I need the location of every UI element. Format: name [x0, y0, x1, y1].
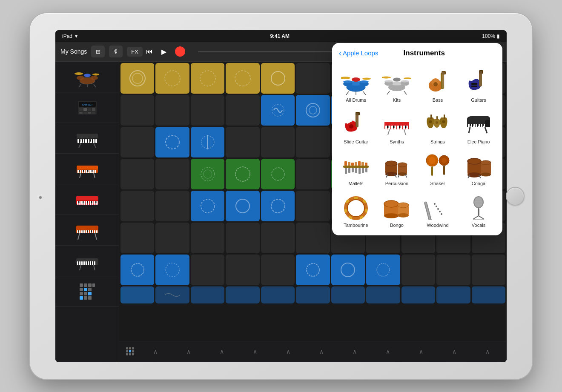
instrument-mallets[interactable]: Mallets — [335, 149, 376, 190]
grid-cell[interactable] — [472, 286, 505, 303]
up-arrow-1[interactable]: ∧ — [140, 348, 171, 355]
play-button[interactable]: ▶ — [161, 48, 166, 56]
grid-cell[interactable] — [296, 127, 330, 157]
grid-cell[interactable] — [191, 286, 224, 303]
grid-cell[interactable] — [155, 159, 189, 189]
grid-cell[interactable] — [155, 127, 189, 157]
grid-cell[interactable] — [191, 127, 224, 157]
grid-cell[interactable] — [191, 63, 224, 94]
track-keyboard[interactable] — [55, 184, 119, 215]
instrument-all-drums[interactable]: All Drums — [335, 65, 376, 107]
grid-cell[interactable] — [120, 286, 154, 303]
track-synth2[interactable] — [55, 154, 119, 184]
grid-cell[interactable] — [155, 63, 189, 94]
grid-cell[interactable] — [331, 286, 365, 303]
up-arrow-4[interactable]: ∧ — [239, 348, 271, 355]
my-songs-button[interactable]: My Songs — [60, 48, 87, 55]
instrument-bass[interactable]: Bass — [417, 65, 458, 107]
track-keyboard3[interactable] — [55, 246, 119, 276]
grid-cell[interactable] — [296, 286, 330, 303]
track-keyboard2[interactable] — [55, 215, 119, 246]
rewind-button[interactable]: ⏮ — [146, 48, 153, 55]
grid-layout-icon[interactable] — [123, 344, 138, 359]
grid-cell[interactable] — [155, 255, 189, 285]
instrument-shaker[interactable]: Shaker — [417, 149, 458, 190]
grid-cell[interactable] — [366, 286, 400, 303]
instrument-elec-piano[interactable]: Elec Piano — [458, 107, 499, 149]
grid-cell[interactable] — [226, 286, 259, 303]
grid-cell[interactable] — [120, 159, 154, 189]
instrument-conga[interactable]: Conga — [458, 149, 499, 190]
mic-button[interactable]: 🎙 — [109, 46, 123, 57]
record-button[interactable] — [175, 46, 185, 57]
grid-cell[interactable] — [366, 255, 400, 285]
grid-cell[interactable] — [296, 223, 330, 253]
grid-cell[interactable] — [191, 95, 224, 126]
grid-cell[interactable] — [120, 63, 154, 94]
home-button[interactable] — [506, 187, 525, 206]
track-sampler[interactable]: SAMPLER — [55, 92, 119, 123]
up-arrow-3[interactable]: ∧ — [206, 348, 238, 355]
instrument-tambourine[interactable]: Tambourine — [335, 190, 376, 232]
grid-cell[interactable] — [261, 159, 295, 189]
grid-cell[interactable] — [261, 255, 295, 285]
grid-cell[interactable] — [296, 255, 330, 285]
grid-cell[interactable] — [472, 255, 505, 285]
grid-cell[interactable] — [226, 95, 259, 126]
track-drums[interactable] — [55, 62, 119, 92]
grid-cell[interactable] — [261, 223, 295, 253]
up-arrow-7[interactable]: ∧ — [339, 348, 370, 355]
grid-cell[interactable] — [191, 159, 224, 189]
grid-cell[interactable] — [261, 127, 295, 157]
up-arrow-2[interactable]: ∧ — [173, 348, 204, 355]
grid-cell[interactable] — [401, 286, 435, 303]
instrument-bongo[interactable]: Bongo — [376, 190, 417, 232]
grid-cell[interactable] — [296, 95, 330, 126]
side-button[interactable] — [39, 196, 42, 199]
grid-cell[interactable] — [155, 95, 189, 126]
grid-cell[interactable] — [226, 127, 259, 157]
up-arrow-10[interactable]: ∧ — [439, 348, 470, 355]
instrument-vocals[interactable]: Vocals — [458, 190, 499, 232]
up-arrow-8[interactable]: ∧ — [372, 348, 404, 355]
grid-cell[interactable] — [296, 191, 330, 221]
grid-cell[interactable] — [120, 191, 154, 221]
instrument-percussion[interactable]: Percussion — [376, 149, 417, 190]
grid-cell[interactable] — [120, 127, 154, 157]
grid-cell[interactable] — [226, 223, 259, 253]
grid-cell[interactable] — [120, 223, 154, 253]
grid-cell[interactable] — [155, 223, 189, 253]
up-arrow-6[interactable]: ∧ — [306, 348, 337, 355]
grid-cell[interactable] — [191, 223, 224, 253]
grid-cell[interactable] — [191, 255, 224, 285]
grid-cell[interactable] — [226, 159, 259, 189]
grid-cell[interactable] — [261, 191, 295, 221]
grid-cell[interactable] — [436, 286, 470, 303]
grid-cell[interactable] — [226, 191, 259, 221]
grid-cell[interactable] — [191, 191, 224, 221]
grid-cell[interactable] — [226, 63, 259, 94]
up-arrow-9[interactable]: ∧ — [405, 348, 437, 355]
instrument-kits[interactable]: Kits — [376, 65, 417, 107]
instrument-strings[interactable]: Strings — [417, 107, 458, 149]
grid-cell[interactable] — [155, 191, 189, 221]
grid-cell[interactable] — [436, 255, 470, 285]
grid-cell[interactable] — [261, 63, 295, 94]
grid-cell[interactable] — [261, 95, 295, 126]
track-sequencer[interactable] — [55, 276, 119, 307]
up-arrow-5[interactable]: ∧ — [272, 348, 304, 355]
grid-cell[interactable] — [401, 255, 435, 285]
grid-cell[interactable] — [296, 63, 330, 94]
layout-toggle-button[interactable]: ⊞ — [91, 46, 105, 57]
instrument-slide-guitar[interactable]: Slide Guitar — [335, 107, 376, 149]
grid-cell[interactable] — [261, 286, 295, 303]
grid-cell[interactable] — [120, 255, 154, 285]
grid-cell[interactable] — [331, 255, 365, 285]
grid-cell[interactable] — [296, 159, 330, 189]
fx-button[interactable]: FX — [127, 47, 143, 57]
grid-cell[interactable] — [155, 286, 189, 303]
grid-cell[interactable] — [226, 255, 259, 285]
instrument-woodwind[interactable]: Woodwind — [417, 190, 458, 232]
grid-cell[interactable] — [120, 95, 154, 126]
instrument-guitars[interactable]: Guitars — [458, 65, 499, 107]
